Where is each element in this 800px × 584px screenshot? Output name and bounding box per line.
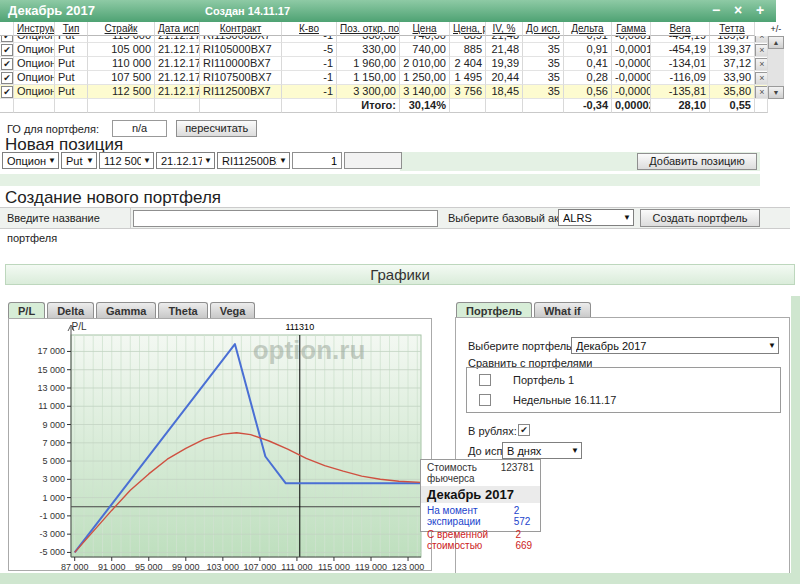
base-asset-label: Выберите базовый актив [448, 212, 576, 224]
col-header-theta[interactable]: Тетта [710, 22, 755, 36]
svg-text:P/L: P/L [71, 321, 86, 332]
delete-row-icon[interactable]: × [755, 86, 768, 99]
scroll-up-icon[interactable]: ▲ [768, 36, 784, 49]
table-row: ✔ Опцион Put 110 000 21.12.17 RI110000BX… [0, 57, 790, 71]
base-asset-select[interactable]: ALRS▼ [558, 209, 634, 226]
tab-whatif[interactable]: What if [534, 302, 591, 318]
add-icon[interactable]: + [754, 2, 766, 18]
tab-theta[interactable]: Theta [158, 302, 207, 318]
scroll-down-icon[interactable]: ▼ [768, 86, 784, 99]
col-header-type[interactable]: Тип [55, 22, 88, 36]
totals-theta: 0,55 [710, 99, 755, 113]
row-checkbox[interactable]: ✔ [1, 72, 13, 84]
panel-tabs: Портфель What if [456, 302, 591, 318]
svg-text:1 000: 1 000 [42, 493, 65, 503]
type-select[interactable]: Put▼ [61, 152, 97, 169]
expiry-select[interactable]: 21.12.17M▼ [156, 152, 215, 169]
tab-gamma[interactable]: Gamma [96, 302, 156, 318]
portfolio-titlebar: Декабрь 2017 Создан 14.11.17 − × + [0, 0, 776, 22]
svg-text:107 000: 107 000 [244, 562, 277, 570]
row-checkbox[interactable]: ✔ [1, 44, 13, 56]
col-header-qty[interactable]: К-во [282, 22, 337, 36]
delete-row-icon[interactable]: × [755, 58, 768, 71]
portfolio-title: Декабрь 2017 [8, 3, 95, 18]
col-header-gamma[interactable]: Гамма [612, 22, 651, 36]
svg-text:87 000: 87 000 [61, 562, 89, 570]
col-header-iv[interactable]: IV, % [486, 22, 523, 36]
create-portfolio-button[interactable]: Создать портфель [640, 209, 760, 227]
svg-text:11 000: 11 000 [38, 401, 65, 411]
contract-select[interactable]: RI112500BX7▼ [217, 152, 290, 169]
compare-checkbox[interactable] [479, 374, 491, 386]
table-row-highlighted: ✔ Опцион Put 112 500 21.12.17 RI112500BX… [0, 85, 790, 99]
col-header-vega[interactable]: Вега [651, 22, 710, 36]
minimize-icon[interactable]: − [710, 2, 722, 18]
col-header-instrument[interactable]: Инструмент [14, 22, 55, 36]
empty-cell [344, 152, 402, 169]
svg-text:7 000: 7 000 [42, 438, 65, 448]
strike-select[interactable]: 112 500▼ [99, 152, 154, 169]
table-header-row: Инструмент Тип Страйк Дата исп. Контракт… [0, 22, 790, 36]
totals-vega: 28,10 [651, 99, 710, 113]
row-checkbox[interactable]: ✔ [1, 86, 13, 98]
portfolio-select[interactable]: Декабрь 2017▼ [571, 337, 779, 354]
compare-list: Портфель 1 Недельные 16.11.17 [466, 367, 781, 413]
col-header-days[interactable]: До исп. [523, 22, 564, 36]
svg-text:115 000: 115 000 [318, 562, 350, 570]
svg-text:99 000: 99 000 [172, 562, 200, 570]
delete-row-icon[interactable]: × [755, 36, 768, 43]
recalc-button[interactable]: пересчитать [176, 120, 257, 137]
svg-text:103 000: 103 000 [207, 562, 240, 570]
col-header-expiry[interactable]: Дата исп. [155, 22, 200, 36]
close-icon[interactable]: × [732, 2, 744, 18]
row-checkbox[interactable]: ✔ [1, 36, 13, 42]
table-row-partial: ✔ Опцион Put 115 000 21.12.17 RI115000BX… [0, 36, 790, 43]
tooltip-futures-label: Стоимость фьючерса [427, 462, 501, 484]
col-header-delta[interactable]: Дельта [564, 22, 612, 36]
right-green-strip [791, 296, 800, 584]
quantity-input[interactable] [292, 152, 342, 169]
rubles-checkbox[interactable]: ✔ [518, 424, 530, 436]
col-header-plus-minus: +/- [768, 22, 784, 36]
svg-text:111310: 111310 [285, 322, 314, 332]
create-portfolio-row: Введите название портфеля Выберите базов… [0, 207, 790, 229]
col-header-open[interactable]: Поз. откр. по [337, 22, 400, 36]
svg-text:119 000: 119 000 [355, 562, 387, 570]
instrument-select[interactable]: Опцион▼ [2, 152, 59, 169]
chevron-down-icon: ▼ [48, 156, 56, 165]
rubles-label: В рублях: [468, 425, 517, 437]
option-portfolio-page: Декабрь 2017 Создан 14.11.17 − × + Инстр… [0, 0, 800, 584]
col-header-price-rub[interactable]: Цена, руб. [450, 22, 486, 36]
portfolio-name-input[interactable] [133, 210, 438, 227]
tooltip-timevalue-label: С временной стоимостью [427, 529, 515, 551]
svg-text:111 000: 111 000 [281, 562, 312, 570]
portfolio-name-label: Введите название портфеля [0, 208, 131, 228]
margin-label: ГО для портфеля: [7, 123, 99, 135]
header-checkbox-cell [0, 22, 14, 36]
select-portfolio-label: Выберите портфель [468, 340, 572, 352]
svg-text:15 000: 15 000 [37, 365, 65, 375]
col-header-strike[interactable]: Страйк [88, 22, 155, 36]
table-row: ✔ Опцион Put 105 000 21.12.17 RI105000BX… [0, 43, 790, 57]
chevron-down-icon: ▼ [86, 156, 94, 165]
tab-delta[interactable]: Delta [47, 302, 94, 318]
tab-pl[interactable]: P/L [8, 302, 45, 318]
totals-delta: -0,34 [564, 99, 612, 113]
add-position-button[interactable]: Добавить позицию [637, 153, 757, 170]
svg-text:13 000: 13 000 [37, 383, 65, 393]
pl-chart[interactable]: 111310option.ru-5 000-3 000-1 0001 0003 … [9, 319, 431, 570]
delete-row-icon[interactable]: × [755, 44, 768, 57]
col-header-contract[interactable]: Контракт [200, 22, 282, 36]
compare-checkbox[interactable] [479, 394, 491, 406]
tooltip-title: Декабрь 2017 [421, 486, 540, 503]
days-select[interactable]: В днях▼ [502, 442, 582, 459]
tab-portfolio[interactable]: Портфель [456, 302, 532, 318]
bottom-green-strip [0, 573, 800, 584]
delete-row-icon[interactable]: × [755, 72, 768, 85]
tab-vega[interactable]: Vega [210, 302, 256, 318]
table-scrollbar[interactable]: ▲ ▼ [768, 36, 784, 99]
row-checkbox[interactable]: ✔ [1, 58, 13, 70]
svg-text:95 000: 95 000 [135, 562, 163, 570]
col-header-price[interactable]: Цена [400, 22, 450, 36]
svg-text:3 000: 3 000 [42, 474, 65, 484]
